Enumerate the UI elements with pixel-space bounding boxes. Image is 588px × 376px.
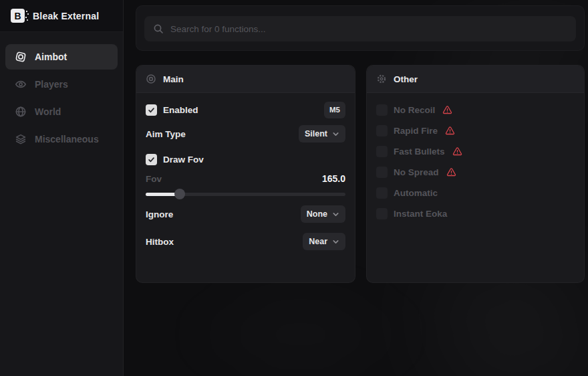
fast-bullets-row: Fast Bullets <box>376 145 575 157</box>
main-panel-header: Main <box>136 66 355 93</box>
instant-eoka-checkbox[interactable] <box>376 208 388 219</box>
automatic-row: Automatic <box>376 187 575 199</box>
enabled-row: Enabled M5 <box>146 101 345 118</box>
search-icon <box>153 23 164 34</box>
fast-bullets-label: Fast Bullets <box>394 147 445 157</box>
instant-eoka-label: Instant Eoka <box>394 209 447 219</box>
enabled-keybind-button[interactable]: M5 <box>324 102 345 118</box>
chevron-down-icon <box>332 238 339 246</box>
main-panel-title: Main <box>163 74 184 84</box>
gear-icon <box>376 74 387 84</box>
sidebar-nav: Aimbot Players World <box>0 32 123 152</box>
no-spread-row: No Spread <box>376 166 575 178</box>
fov-slider-thumb[interactable] <box>174 189 185 199</box>
no-spread-label: No Spread <box>394 167 439 177</box>
hitbox-label: Hitbox <box>146 237 174 247</box>
rapid-fire-row: Rapid Fire <box>376 124 575 136</box>
sidebar-item-label: World <box>35 106 61 117</box>
disc-icon <box>146 74 156 84</box>
eye-icon <box>15 78 27 90</box>
ignore-label: Ignore <box>146 209 173 219</box>
rapid-fire-label: Rapid Fire <box>394 126 438 136</box>
ignore-value: None <box>307 209 327 219</box>
sidebar-item-players[interactable]: Players <box>5 72 118 97</box>
chevron-down-icon <box>332 130 339 138</box>
app-logo: B <box>11 9 25 23</box>
sidebar-item-miscellaneous[interactable]: Miscellaneous <box>5 126 118 152</box>
check-icon <box>148 106 155 114</box>
globe-icon <box>15 106 27 118</box>
fov-value: 165.0 <box>322 173 345 184</box>
no-recoil-checkbox[interactable] <box>376 104 388 116</box>
automatic-label: Automatic <box>394 188 438 198</box>
no-recoil-label: No Recoil <box>394 105 435 115</box>
hitbox-row: Hitbox Near <box>146 233 345 250</box>
no-recoil-row: No Recoil <box>376 104 575 116</box>
sidebar-item-label: Players <box>35 79 68 90</box>
draw-fov-checkbox[interactable] <box>146 154 157 165</box>
fov-slider-track[interactable] <box>146 193 345 196</box>
aim-type-select[interactable]: Silent <box>299 125 345 143</box>
chevron-down-icon <box>332 211 339 218</box>
layers-icon <box>15 133 27 145</box>
no-spread-checkbox[interactable] <box>376 167 388 178</box>
other-panel: Other No Recoil Rapid Fire <box>366 65 585 283</box>
app-logo-letter: B <box>14 11 21 21</box>
sidebar-item-label: Miscellaneous <box>35 134 99 145</box>
sidebar-header: B Bleak External <box>0 0 123 32</box>
draw-fov-row: Draw Fov <box>146 153 345 165</box>
warning-triangle-icon <box>445 126 455 136</box>
enabled-checkbox[interactable] <box>146 104 157 116</box>
fov-row: Fov 165.0 <box>146 173 345 184</box>
other-panel-title: Other <box>394 74 418 84</box>
ignore-select[interactable]: None <box>301 205 345 223</box>
main-panel: Main Enabled M5 Aim Type Silent <box>136 65 355 283</box>
check-icon <box>148 156 155 163</box>
focus-icon <box>15 51 27 63</box>
aim-type-row: Aim Type Silent <box>146 125 345 143</box>
rapid-fire-checkbox[interactable] <box>376 125 388 136</box>
other-panel-body: No Recoil Rapid Fire Fast Bullets <box>367 104 584 219</box>
enabled-label: Enabled <box>163 105 198 115</box>
other-panel-header: Other <box>367 66 584 93</box>
sidebar-item-aimbot[interactable]: Aimbot <box>5 44 118 70</box>
sidebar-item-label: Aimbot <box>35 52 67 62</box>
draw-fov-label: Draw Fov <box>163 155 204 165</box>
ignore-row: Ignore None <box>146 205 345 223</box>
fov-label: Fov <box>146 174 162 184</box>
sidebar: B Bleak External Aimbot Players <box>0 0 124 376</box>
app-title: Bleak External <box>33 11 99 21</box>
aim-type-value: Silent <box>305 129 327 138</box>
fov-slider[interactable] <box>146 189 345 199</box>
warning-triangle-icon <box>446 167 456 177</box>
fast-bullets-checkbox[interactable] <box>376 146 388 157</box>
hitbox-value: Near <box>309 237 327 246</box>
warning-triangle-icon <box>442 105 452 115</box>
automatic-checkbox[interactable] <box>376 187 388 199</box>
hitbox-select[interactable]: Near <box>303 233 345 250</box>
aim-type-label: Aim Type <box>146 129 186 139</box>
search-input[interactable] <box>170 24 567 34</box>
warning-triangle-icon <box>452 147 462 157</box>
instant-eoka-row: Instant Eoka <box>376 207 575 219</box>
search-container <box>136 5 585 51</box>
search-box[interactable] <box>144 16 576 41</box>
sidebar-item-world[interactable]: World <box>5 99 118 124</box>
main-panel-body: Enabled M5 Aim Type Silent Draw Fov <box>136 101 355 250</box>
